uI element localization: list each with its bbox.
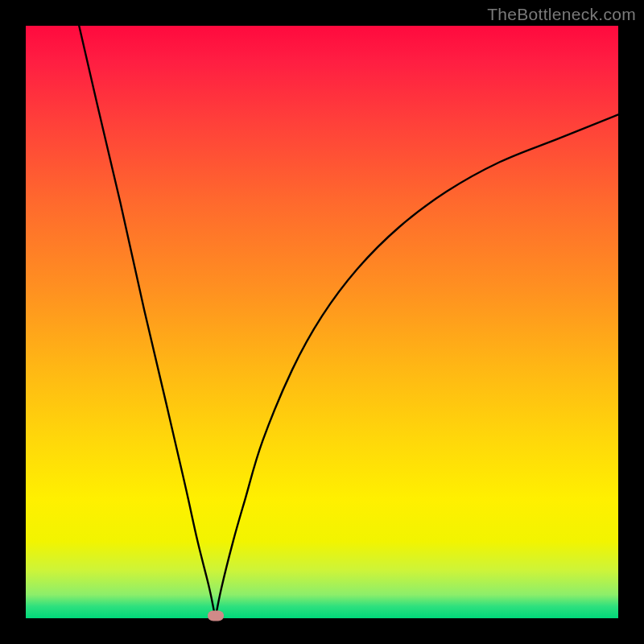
watermark-text: TheBottleneck.com xyxy=(487,5,636,24)
curve-minimum-marker xyxy=(208,611,224,621)
bottleneck-curve xyxy=(26,26,618,618)
chart-frame: TheBottleneck.com xyxy=(0,0,644,644)
plot-area xyxy=(26,26,618,618)
